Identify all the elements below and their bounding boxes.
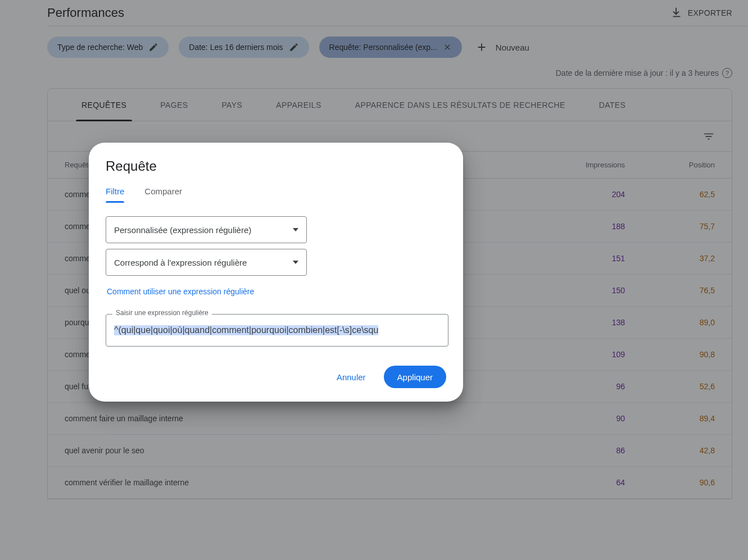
- select-match-type-value: Correspond à l'expression régulière: [114, 258, 247, 267]
- regex-input[interactable]: [106, 314, 448, 347]
- caret-down-icon: [293, 227, 298, 233]
- select-filter-type-value: Personnalisée (expression régulière): [114, 225, 251, 235]
- select-match-type[interactable]: Correspond à l'expression régulière: [106, 249, 307, 276]
- dialog-title: Requête: [106, 158, 446, 174]
- select-filter-type[interactable]: Personnalisée (expression régulière): [106, 216, 307, 243]
- apply-button[interactable]: Appliquer: [384, 366, 446, 388]
- caret-down-icon: [293, 259, 298, 265]
- regex-field-label: Saisir une expression régulière: [112, 309, 212, 317]
- dialog-tab-compare[interactable]: Comparer: [144, 186, 182, 203]
- cancel-button[interactable]: Annuler: [328, 367, 375, 388]
- dialog-tab-filter[interactable]: Filtre: [106, 186, 124, 203]
- regex-help-link[interactable]: Comment utiliser une expression régulièr…: [107, 287, 254, 296]
- query-filter-dialog: Requête Filtre Comparer Personnalisée (e…: [89, 143, 463, 402]
